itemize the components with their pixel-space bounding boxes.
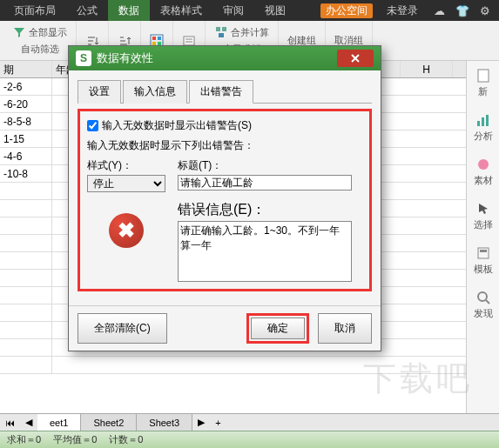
- title-input[interactable]: [178, 175, 352, 191]
- show-error-checkbox[interactable]: [87, 120, 98, 131]
- close-icon: [350, 53, 361, 64]
- ok-highlight: 确定: [246, 313, 309, 344]
- sheet-tabs: ⏮ ◀ eet1 Sheet2 Sheet3 ▶ +: [0, 413, 499, 431]
- svg-rect-10: [477, 121, 480, 126]
- clear-all-button[interactable]: 全部清除(C): [78, 313, 167, 344]
- svg-rect-15: [480, 250, 487, 252]
- cell[interactable]: 1-15: [0, 130, 52, 147]
- cell[interactable]: -6-20: [0, 96, 52, 112]
- title-label: 标题(T)：: [178, 158, 352, 173]
- side-select[interactable]: 选择: [474, 201, 493, 231]
- status-avg: 平均值＝0: [53, 433, 97, 446]
- dialog-titlebar[interactable]: S 数据有效性: [69, 46, 381, 70]
- cell[interactable]: -4-6: [0, 148, 52, 164]
- error-msg-textarea[interactable]: 请正确输入工龄。1~30。不到一年算一年: [178, 221, 352, 282]
- highlighted-region: 输入无效数据时显示出错警告(S) 输入无效数据时显示下列出错警告： 样式(Y)：…: [78, 109, 372, 291]
- cancel-button[interactable]: 取消: [318, 313, 372, 344]
- data-validation-dialog: S 数据有效性 设置 输入信息 出错警告 输入无效数据时显示出错警告(S) 输入…: [68, 45, 381, 351]
- settings-icon[interactable]: ⚙: [475, 4, 496, 17]
- style-label: 样式(Y)：: [87, 158, 165, 173]
- ok-button[interactable]: 确定: [251, 318, 305, 339]
- svg-point-16: [478, 292, 487, 301]
- sheet-tab-3[interactable]: Sheet3: [137, 414, 192, 431]
- consolidate-button[interactable]: 合并计算: [211, 23, 273, 41]
- error-icon: ✖: [109, 213, 144, 248]
- svg-rect-6: [216, 27, 220, 31]
- svg-rect-4: [158, 42, 161, 45]
- tab-settings[interactable]: 设置: [78, 80, 121, 104]
- fieldset-label: 输入无效数据时显示下列出错警告：: [87, 138, 362, 153]
- menu-view[interactable]: 视图: [254, 0, 296, 21]
- svg-rect-5: [184, 37, 194, 45]
- menu-page-layout[interactable]: 页面布局: [3, 0, 66, 21]
- col-header-h[interactable]: H: [401, 61, 453, 77]
- menu-formula[interactable]: 公式: [66, 0, 108, 21]
- side-material[interactable]: 素材: [474, 157, 493, 187]
- tab-nav-prev[interactable]: ◀: [20, 417, 37, 428]
- sheet-tab-1[interactable]: eet1: [37, 414, 81, 431]
- svg-rect-14: [478, 248, 489, 258]
- side-discover[interactable]: 发现: [474, 290, 493, 320]
- svg-rect-3: [152, 42, 156, 45]
- menu-table-style[interactable]: 表格样式: [150, 0, 212, 21]
- cloud-icon[interactable]: ☁: [428, 4, 450, 17]
- skin-icon[interactable]: 👕: [450, 4, 475, 17]
- dialog-tabs: 设置 输入信息 出错警告: [78, 79, 372, 104]
- status-bar: 求和＝0 平均值＝0 计数＝0: [0, 431, 499, 448]
- side-template[interactable]: 模板: [474, 245, 493, 276]
- cell[interactable]: -2-6: [0, 78, 52, 95]
- status-sum: 求和＝0: [7, 433, 41, 446]
- sheet-tab-2[interactable]: Sheet2: [81, 414, 137, 431]
- menu-data[interactable]: 数据: [108, 0, 150, 21]
- close-button[interactable]: [337, 50, 374, 67]
- cell[interactable]: -10-8: [0, 165, 52, 182]
- tab-nav-next[interactable]: ▶: [192, 417, 210, 428]
- app-icon: S: [76, 50, 91, 66]
- svg-rect-7: [222, 27, 226, 31]
- side-analyze[interactable]: 分析: [474, 112, 493, 143]
- svg-point-13: [478, 159, 489, 170]
- login-link[interactable]: 未登录: [376, 0, 428, 21]
- style-select[interactable]: 停止: [87, 175, 165, 192]
- menubar: 页面布局 公式 数据 表格样式 审阅 视图 办公空间 未登录 ☁ 👕 ⚙: [0, 0, 499, 21]
- svg-rect-2: [158, 37, 161, 40]
- right-sidebar: 新 分析 素材 选择 模板 发现: [466, 61, 499, 413]
- error-msg-label: 错误信息(E)：: [178, 201, 352, 219]
- add-sheet-button[interactable]: +: [210, 418, 226, 428]
- workspace-badge[interactable]: 办公空间: [320, 3, 373, 18]
- show-error-label: 输入无效数据时显示出错警告(S): [102, 118, 252, 133]
- svg-rect-9: [478, 70, 489, 82]
- svg-rect-12: [486, 115, 489, 126]
- svg-rect-8: [219, 33, 224, 37]
- show-all-button[interactable]: 全部显示: [9, 23, 71, 41]
- status-count: 计数＝0: [109, 433, 143, 446]
- header-cell: 期: [0, 61, 52, 77]
- menu-review[interactable]: 审阅: [212, 0, 254, 21]
- auto-filter-button[interactable]: 自动筛选: [17, 41, 63, 57]
- tab-error-alert[interactable]: 出错警告: [189, 80, 253, 104]
- dialog-title: 数据有效性: [97, 50, 153, 66]
- tab-nav-first[interactable]: ⏮: [0, 418, 20, 428]
- svg-rect-11: [482, 117, 484, 126]
- svg-rect-1: [152, 37, 156, 40]
- tab-input-message[interactable]: 输入信息: [123, 80, 187, 104]
- side-new[interactable]: 新: [475, 68, 491, 98]
- cell[interactable]: -8-5-8: [0, 113, 52, 130]
